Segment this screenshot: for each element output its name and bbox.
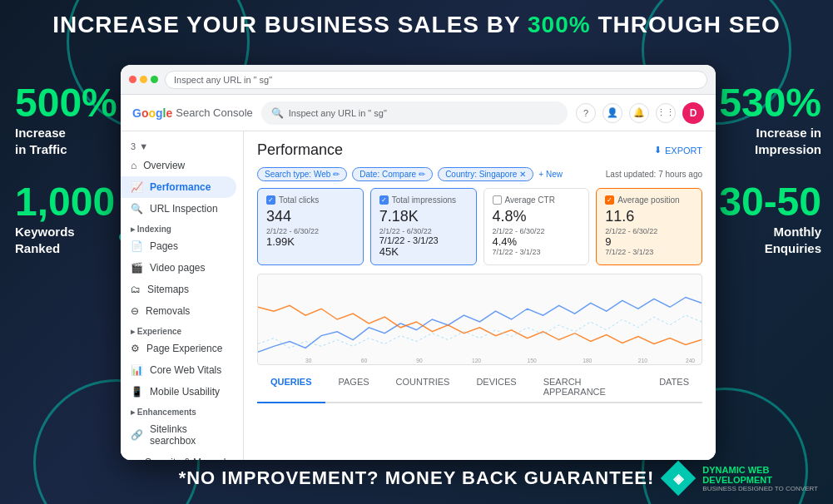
sidebar-item-video-pages[interactable]: 🎬 Video pages bbox=[121, 257, 236, 279]
metric-total-impressions[interactable]: ✓ Total impressions 7.18K 2/1/22 - 6/30/… bbox=[370, 188, 477, 265]
filter-country[interactable]: Country: Singapore ✕ bbox=[438, 167, 533, 181]
gsc-main-panel: Performance ⬇ EXPORT Search type: Web ✏ … bbox=[244, 131, 716, 460]
metric-impressions-checkbox: ✓ bbox=[379, 195, 389, 205]
right-stats-panel: 530% Increase inImpression 30-50 Monthly… bbox=[719, 83, 821, 256]
stat-keywords-number: 1,000 bbox=[15, 182, 115, 222]
indexing-section-label: ▸ Indexing bbox=[121, 220, 243, 235]
headline-highlight: 300% bbox=[528, 12, 591, 37]
x-label-210: 210 bbox=[638, 358, 647, 363]
sitelinks-label: Sitelinks searchbox bbox=[150, 423, 226, 447]
minimize-dot bbox=[140, 76, 147, 83]
metric-clicks-checkbox: ✓ bbox=[266, 195, 275, 205]
metric-total-clicks[interactable]: ✓ Total clicks 344 2/1/22 - 6/30/22 1.99… bbox=[257, 188, 364, 265]
main-headline: INCREASE YOUR BUSINESS SALES BY 300% THR… bbox=[0, 12, 833, 38]
sidebar-item-pages[interactable]: 📄 Pages bbox=[121, 235, 236, 257]
metric-position-date1: 2/1/22 - 6/30/22 bbox=[605, 227, 693, 235]
x-label-150: 150 bbox=[528, 358, 537, 363]
sitelinks-icon: 🔗 bbox=[131, 429, 143, 441]
add-filter-button[interactable]: + New bbox=[538, 170, 563, 179]
share-icon[interactable]: 👤 bbox=[602, 103, 622, 123]
filter-search-type[interactable]: Search type: Web ✏ bbox=[257, 167, 347, 181]
search-console-label: Search Console bbox=[176, 106, 253, 119]
e-letter: e bbox=[166, 106, 172, 120]
metric-clicks-label: Total clicks bbox=[279, 195, 319, 205]
metric-clicks-val2: 1.99K bbox=[266, 235, 355, 248]
performance-label: Performance bbox=[150, 181, 211, 193]
o1-letter: o bbox=[141, 106, 149, 120]
metric-avg-position[interactable]: ✓ Average position 11.6 2/1/22 - 6/30/22… bbox=[596, 188, 702, 265]
property-value: 3 bbox=[131, 141, 136, 151]
enhancements-section-label: ▸ Enhancements bbox=[121, 403, 243, 418]
sidebar-item-page-experience[interactable]: ⚙ Page Experience bbox=[121, 338, 236, 359]
x-label-30: 30 bbox=[305, 358, 312, 363]
metric-position-label: Average position bbox=[617, 195, 679, 205]
gsc-logo: Google Search Console bbox=[132, 106, 253, 120]
sidebar-item-url-inspection[interactable]: 🔍 URL Inspection bbox=[121, 198, 236, 220]
removals-icon: ⊖ bbox=[131, 305, 139, 317]
sidebar-item-sitelinks[interactable]: 🔗 Sitelinks searchbox bbox=[121, 418, 236, 452]
sidebar-item-sitemaps[interactable]: 🗂 Sitemaps bbox=[121, 279, 236, 300]
video-pages-icon: 🎬 bbox=[131, 262, 143, 274]
sidebar-item-performance[interactable]: 📈 Performance bbox=[121, 176, 236, 198]
metric-impressions-value: 7.18K bbox=[379, 208, 468, 226]
export-icon: ⬇ bbox=[654, 145, 662, 156]
metric-clicks-header: ✓ Total clicks bbox=[266, 195, 355, 205]
stat-impression-label: Increase inImpression bbox=[719, 125, 821, 157]
metric-avg-ctr[interactable]: Average CTR 4.8% 2/1/22 - 6/30/22 4.4% 7… bbox=[483, 188, 590, 265]
metric-ctr-checkbox bbox=[493, 195, 502, 205]
sidebar-item-core-web-vitals[interactable]: 📊 Core Web Vitals bbox=[121, 359, 236, 381]
logo-company-name: DYNAMIC WEBDEVELOPMENT bbox=[702, 465, 818, 485]
user-avatar[interactable]: D bbox=[682, 102, 704, 124]
gsc-header: Google Search Console 🔍 Inspect any URL … bbox=[121, 95, 716, 131]
sidebar-item-overview[interactable]: ⌂ Overview bbox=[121, 155, 236, 176]
removals-label: Removals bbox=[146, 305, 190, 317]
property-dropdown-icon: ▼ bbox=[139, 141, 148, 151]
tab-queries-label: QUERIES bbox=[270, 377, 312, 387]
performance-header: Performance ⬇ EXPORT bbox=[257, 141, 702, 159]
x-label-60: 60 bbox=[361, 358, 368, 363]
performance-chart: 30 60 90 120 150 180 210 240 bbox=[257, 274, 702, 365]
apps-icon[interactable]: ⋮⋮ bbox=[656, 103, 676, 123]
property-selector[interactable]: 3 ▼ bbox=[121, 138, 243, 155]
sidebar-item-security[interactable]: ▶ Security & Manual Actions bbox=[121, 452, 236, 460]
metric-impressions-sub3: 7/1/22 - 3/1/23 bbox=[379, 235, 468, 245]
g-letter: G bbox=[132, 106, 141, 120]
tab-queries[interactable]: QUERIES bbox=[257, 372, 325, 403]
performance-title: Performance bbox=[257, 141, 343, 159]
filter-country-label: Country: Singapore bbox=[445, 170, 517, 179]
metric-ctr-val3: 4.4% bbox=[493, 235, 581, 248]
tab-devices[interactable]: DEVICES bbox=[463, 372, 529, 403]
export-button[interactable]: ⬇ EXPORT bbox=[654, 145, 702, 156]
filter-date[interactable]: Date: Compare ✏ bbox=[352, 167, 433, 181]
overview-icon: ⌂ bbox=[131, 160, 136, 171]
performance-tabs: QUERIES PAGES COUNTRIES DEVICES SEARCH A… bbox=[257, 372, 702, 403]
tab-search-appearance[interactable]: SEARCH APPEARANCE bbox=[530, 372, 646, 403]
metric-impressions-date1: 2/1/22 - 6/30/22 bbox=[379, 227, 468, 235]
sidebar-item-mobile-usability[interactable]: 📱 Mobile Usability bbox=[121, 381, 236, 403]
add-filter-label: + New bbox=[538, 170, 563, 179]
guarantee-text: *NO IMPROVEMENT? MONEY BACK GUARANTEE! bbox=[179, 467, 655, 488]
x-label-90: 90 bbox=[416, 358, 423, 363]
tab-search-appearance-label: SEARCH APPEARANCE bbox=[543, 377, 606, 397]
url-inspection-icon: 🔍 bbox=[131, 203, 143, 215]
stat-enquiries-number: 30-50 bbox=[719, 182, 821, 222]
metric-position-sub: 2/1/22 - 6/30/22 9 7/1/22 - 3/1/23 bbox=[605, 227, 693, 256]
headline-after: THROUGH SEO bbox=[591, 12, 781, 37]
impressions-line bbox=[258, 315, 702, 348]
window-controls bbox=[129, 76, 158, 83]
metric-impressions-sub: 2/1/22 - 6/30/22 7/1/22 - 3/1/23 45K bbox=[379, 227, 468, 258]
metric-ctr-header: Average CTR bbox=[493, 195, 581, 205]
help-icon[interactable]: ? bbox=[576, 103, 596, 123]
notifications-icon[interactable]: 🔔 bbox=[629, 103, 649, 123]
tab-dates[interactable]: DATES bbox=[646, 372, 702, 403]
export-label: EXPORT bbox=[665, 146, 702, 156]
tab-pages[interactable]: PAGES bbox=[325, 372, 383, 403]
filter-date-label: Date: Compare bbox=[359, 170, 416, 179]
metric-ctr-sub: 2/1/22 - 6/30/22 4.4% 7/1/22 - 3/1/23 bbox=[493, 227, 581, 256]
sitemaps-icon: 🗂 bbox=[131, 284, 141, 295]
gsc-search-bar[interactable]: 🔍 Inspect any URL in " sg" bbox=[261, 101, 568, 125]
tab-countries[interactable]: COUNTRIES bbox=[383, 372, 464, 403]
cwv-label: Core Web Vitals bbox=[150, 364, 221, 376]
sidebar-item-removals[interactable]: ⊖ Removals bbox=[121, 300, 236, 322]
g2-letter: g bbox=[156, 106, 163, 120]
